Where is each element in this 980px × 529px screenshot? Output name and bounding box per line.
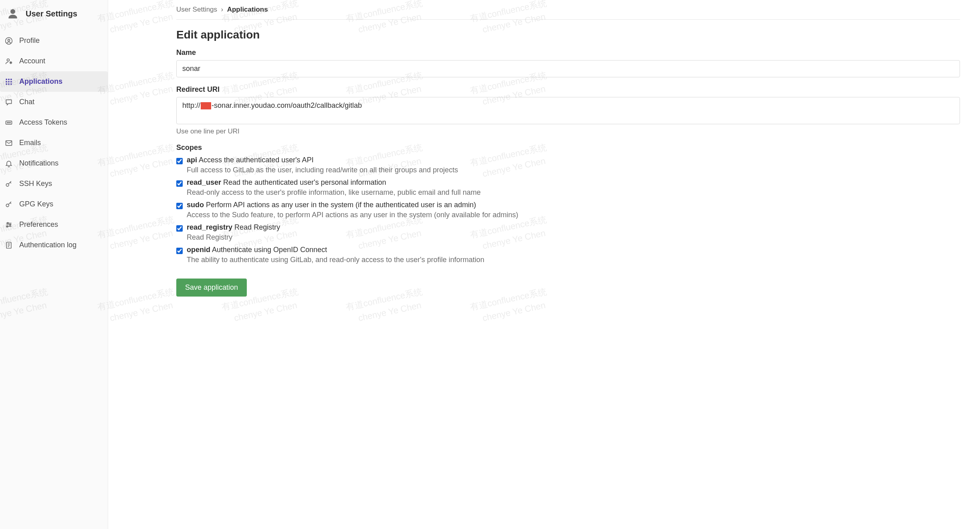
svg-point-21: [7, 222, 8, 224]
svg-rect-13: [10, 83, 12, 85]
profile-icon: [5, 37, 13, 45]
emails-icon: [5, 139, 13, 147]
preferences-icon: [5, 221, 13, 229]
sidebar-item-authentication-log[interactable]: Authentication log: [0, 235, 108, 255]
sidebar: User Settings Profile Account Applicatio…: [0, 0, 108, 529]
sidebar-item-account[interactable]: Account: [0, 51, 108, 71]
sidebar-item-label: Account: [19, 57, 45, 65]
svg-rect-8: [6, 81, 7, 82]
save-application-button[interactable]: Save application: [176, 279, 247, 297]
sidebar-item-label: Chat: [19, 98, 34, 106]
main-content: User Settings › Applications Edit applic…: [108, 0, 980, 529]
gpg-keys-icon: [5, 200, 13, 208]
ssh-keys-icon: [5, 180, 13, 188]
notifications-icon: [5, 160, 13, 168]
scope-row-openid: openid Authenticate using OpenID Connect: [176, 246, 960, 254]
redacted-block: [201, 102, 211, 109]
scope-checkbox-read-user[interactable]: [176, 180, 183, 187]
sidebar-item-label: Applications: [19, 77, 63, 86]
breadcrumb-separator: ›: [221, 6, 224, 13]
sidebar-item-chat[interactable]: Chat: [0, 92, 108, 112]
scope-summary: Authenticate using OpenID Connect: [212, 246, 327, 254]
sidebar-item-ssh-keys[interactable]: SSH Keys: [0, 174, 108, 194]
scope-summary: Access the authenticated user's API: [199, 156, 314, 164]
svg-point-16: [8, 122, 9, 123]
svg-rect-10: [10, 81, 12, 82]
svg-rect-11: [6, 83, 7, 85]
applications-icon: [5, 78, 13, 86]
scope-summary: Read Registry: [234, 223, 280, 231]
sidebar-item-label: Preferences: [19, 220, 58, 229]
breadcrumb-parent[interactable]: User Settings: [176, 6, 217, 13]
sidebar-item-notifications[interactable]: Notifications: [0, 153, 108, 174]
scope-name: sudo: [187, 201, 204, 209]
scope-checkbox-api[interactable]: [176, 158, 183, 164]
sidebar-item-label: Authentication log: [19, 241, 77, 249]
scope-row-sudo: sudo Perform API actions as any user in …: [176, 201, 960, 209]
sidebar-item-gpg-keys[interactable]: GPG Keys: [0, 194, 108, 214]
scope-desc: Read-only access to the user's profile i…: [187, 188, 960, 197]
scope-name: openid: [187, 246, 210, 254]
scope-desc: Read Registry: [187, 233, 960, 242]
svg-point-22: [10, 224, 11, 225]
account-icon: [5, 57, 13, 65]
form-group-scopes: Scopes api Access the authenticated user…: [176, 143, 960, 264]
scope-desc: Full access to GitLab as the user, inclu…: [187, 166, 960, 174]
chat-icon: [5, 98, 13, 106]
scope-checkbox-sudo[interactable]: [176, 203, 183, 209]
page-title: Edit application: [176, 28, 960, 41]
svg-rect-6: [8, 79, 9, 80]
sidebar-item-preferences[interactable]: Preferences: [0, 214, 108, 235]
sidebar-item-access-tokens[interactable]: Access Tokens: [0, 112, 108, 133]
breadcrumb-current: Applications: [227, 6, 268, 13]
sidebar-item-profile[interactable]: Profile: [0, 30, 108, 51]
sidebar-item-label: GPG Keys: [19, 200, 53, 208]
sidebar-item-label: Notifications: [19, 159, 58, 168]
scope-name: api: [187, 156, 197, 164]
form-group-name: Name: [176, 48, 960, 77]
svg-point-20: [6, 204, 9, 207]
sidebar-nav: Profile Account Applications Chat Access…: [0, 27, 108, 255]
scope-name: read_registry: [187, 223, 232, 231]
scope-row-read-user: read_user Read the authenticated user's …: [176, 178, 960, 187]
scope-row-api: api Access the authenticated user's API: [176, 156, 960, 164]
redirect-uri-input[interactable]: http://-sonar.inner.youdao.com/oauth2/ca…: [176, 97, 960, 124]
sidebar-item-applications[interactable]: Applications: [0, 71, 108, 92]
sidebar-title: User Settings: [26, 9, 77, 18]
svg-point-0: [10, 9, 15, 14]
access-tokens-icon: [5, 119, 13, 127]
sidebar-item-label: Emails: [19, 139, 41, 147]
scope-desc: Access to the Sudo feature, to perform A…: [187, 211, 960, 219]
svg-rect-5: [6, 79, 7, 80]
svg-point-3: [7, 59, 9, 61]
sidebar-item-label: Access Tokens: [19, 118, 67, 127]
svg-rect-12: [8, 83, 9, 85]
scope-name: read_user: [187, 178, 221, 186]
scopes-label: Scopes: [176, 143, 960, 152]
scope-checkbox-openid[interactable]: [176, 248, 183, 254]
sidebar-header: User Settings: [0, 0, 108, 27]
redirect-uri-label: Redirect URI: [176, 85, 960, 94]
scope-desc: The ability to authenticate using GitLab…: [187, 256, 960, 264]
svg-point-19: [6, 184, 9, 186]
scope-summary: Perform API actions as any user in the s…: [206, 201, 476, 209]
svg-point-2: [8, 39, 10, 41]
name-label: Name: [176, 48, 960, 57]
scope-checkbox-read-registry[interactable]: [176, 225, 183, 232]
form-group-redirect-uri: Redirect URI http://-sonar.inner.youdao.…: [176, 85, 960, 135]
sidebar-item-label: Profile: [19, 36, 40, 45]
svg-point-15: [7, 122, 8, 123]
user-avatar-icon: [6, 7, 19, 20]
svg-point-17: [10, 122, 11, 123]
svg-rect-7: [10, 79, 12, 80]
breadcrumb: User Settings › Applications: [176, 6, 960, 20]
sidebar-item-emails[interactable]: Emails: [0, 133, 108, 153]
svg-point-23: [6, 226, 8, 227]
scope-summary: Read the authenticated user's personal i…: [223, 178, 386, 186]
sidebar-item-label: SSH Keys: [19, 180, 52, 188]
name-input[interactable]: [176, 60, 960, 77]
svg-rect-9: [8, 81, 9, 82]
redirect-uri-help: Use one line per URI: [176, 127, 960, 135]
scope-row-read-registry: read_registry Read Registry: [176, 223, 960, 232]
authentication-log-icon: [5, 241, 13, 249]
